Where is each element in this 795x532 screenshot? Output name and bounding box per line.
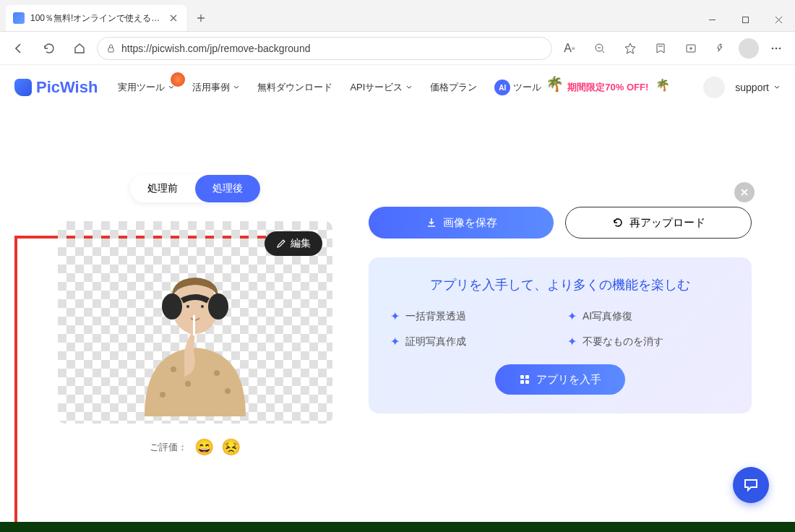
grid-icon xyxy=(519,374,530,385)
sparkle-icon: ✦ xyxy=(567,309,577,323)
svg-point-15 xyxy=(225,388,231,394)
minimize-button[interactable] xyxy=(695,8,729,31)
nav-api[interactable]: APIサービス xyxy=(344,77,418,98)
sparkle-icon: ✦ xyxy=(390,309,400,323)
chat-icon xyxy=(742,476,760,494)
nav-pricing[interactable]: 価格プラン xyxy=(424,77,483,98)
svg-rect-20 xyxy=(520,380,524,384)
svg-point-13 xyxy=(185,381,191,387)
performance-icon[interactable] xyxy=(708,35,734,61)
get-app-button[interactable]: アプリを入手 xyxy=(495,364,625,395)
close-overlay-button[interactable] xyxy=(734,182,755,202)
rating-row: ご評価： 😄 😣 xyxy=(43,438,347,457)
profile-avatar[interactable] xyxy=(739,38,759,59)
svg-point-14 xyxy=(214,370,220,376)
home-button[interactable] xyxy=(66,35,93,61)
zoom-icon[interactable] xyxy=(587,35,613,61)
new-tab-button[interactable] xyxy=(191,8,211,28)
svg-point-4 xyxy=(772,47,774,49)
rating-happy-icon[interactable]: 😄 xyxy=(194,438,214,457)
nav-ai-tool[interactable]: AIツール xyxy=(489,75,547,100)
main-content: 処理前 処理後 編集 xyxy=(0,110,795,457)
svg-rect-0 xyxy=(742,17,748,22)
nav-download[interactable]: 無料ダウンロード xyxy=(252,77,338,98)
svg-rect-17 xyxy=(193,315,195,335)
browser-toolbar: https://picwish.com/jp/remove-background… xyxy=(0,32,795,65)
chat-button[interactable] xyxy=(733,467,769,503)
browser-tab[interactable]: 100％無料!オンラインで使える写真編 xyxy=(6,5,186,31)
support-menu[interactable]: support xyxy=(735,82,781,93)
url-text: https://picwish.com/jp/remove-background xyxy=(121,43,310,54)
annotation-frame xyxy=(14,236,17,525)
rating-sad-icon[interactable]: 😣 xyxy=(221,438,241,457)
footer-bar xyxy=(0,522,795,532)
svg-point-5 xyxy=(775,47,778,49)
svg-rect-21 xyxy=(525,380,529,384)
close-window-button[interactable] xyxy=(762,8,795,31)
promo-title: アプリを入手して、より多くの機能を楽しむ xyxy=(390,276,730,293)
svg-rect-18 xyxy=(520,375,524,379)
reupload-button[interactable]: 再アップロード xyxy=(565,207,752,239)
svg-rect-19 xyxy=(525,375,529,379)
result-image xyxy=(116,265,275,416)
svg-point-6 xyxy=(779,47,781,49)
image-preview: 編集 xyxy=(58,221,332,424)
address-bar[interactable]: https://picwish.com/jp/remove-background xyxy=(97,37,552,60)
download-icon xyxy=(426,217,437,228)
logo-icon xyxy=(14,79,32,96)
app-promo-card: アプリを入手して、より多くの機能を楽しむ ✦一括背景透過 ✦AI写真修復 ✦証明… xyxy=(369,257,752,413)
window-controls xyxy=(695,8,795,31)
site-header: PicWish 実用ツール 活用事例 無料ダウンロード APIサービス 価格プラ… xyxy=(0,65,795,110)
maximize-button[interactable] xyxy=(729,8,762,31)
reload-icon xyxy=(612,217,624,228)
sparkle-icon: ✦ xyxy=(390,335,400,348)
toggle-after[interactable]: 処理後 xyxy=(195,175,260,202)
svg-point-11 xyxy=(201,305,204,308)
feature-item: ✦一括背景透過 xyxy=(390,309,553,323)
save-image-button[interactable]: 画像を保存 xyxy=(369,207,554,239)
feature-item: ✦AI写真修復 xyxy=(567,309,730,323)
promo-banner[interactable]: 期間限定70% OFF! xyxy=(559,81,657,94)
toggle-before[interactable]: 処理前 xyxy=(130,175,195,202)
nav-cases[interactable]: 活用事例 xyxy=(186,77,246,98)
favicon xyxy=(13,12,25,24)
feature-item: ✦証明写真作成 xyxy=(390,335,553,348)
svg-point-10 xyxy=(186,305,189,308)
before-after-toggle: 処理前 処理後 xyxy=(130,175,260,202)
back-button[interactable] xyxy=(6,35,32,61)
nav-tools[interactable]: 実用ツール xyxy=(112,77,181,98)
edit-button[interactable]: 編集 xyxy=(265,231,322,256)
main-nav: 実用ツール 活用事例 無料ダウンロード APIサービス 価格プラン AIツール … xyxy=(112,75,657,100)
tab-title: 100％無料!オンラインで使える写真編 xyxy=(30,12,162,25)
new-badge-icon xyxy=(171,72,185,87)
svg-rect-1 xyxy=(108,48,113,52)
close-tab-icon[interactable] xyxy=(168,12,179,24)
svg-point-16 xyxy=(160,392,166,398)
feature-item: ✦不要なものを消す xyxy=(567,335,730,348)
browser-tab-strip: 100％無料!オンラインで使える写真編 xyxy=(0,0,795,32)
favorites-bar-icon[interactable] xyxy=(648,35,674,61)
pencil-icon xyxy=(276,239,286,249)
read-aloud-icon[interactable]: A» xyxy=(556,35,583,61)
brand-name: PicWish xyxy=(36,78,98,97)
lock-icon xyxy=(106,43,116,53)
ai-badge-icon: AI xyxy=(494,80,510,95)
rating-label: ご評価： xyxy=(150,441,187,454)
svg-point-9 xyxy=(208,293,228,319)
svg-point-8 xyxy=(162,293,182,319)
svg-point-12 xyxy=(171,366,176,372)
mascot-icon[interactable] xyxy=(703,77,725,98)
more-menu-icon[interactable] xyxy=(763,35,789,61)
sparkle-icon: ✦ xyxy=(567,335,577,348)
favorite-icon[interactable] xyxy=(617,35,643,61)
brand-logo[interactable]: PicWish xyxy=(14,78,98,97)
refresh-button[interactable] xyxy=(36,35,62,61)
collections-icon[interactable] xyxy=(678,35,704,61)
